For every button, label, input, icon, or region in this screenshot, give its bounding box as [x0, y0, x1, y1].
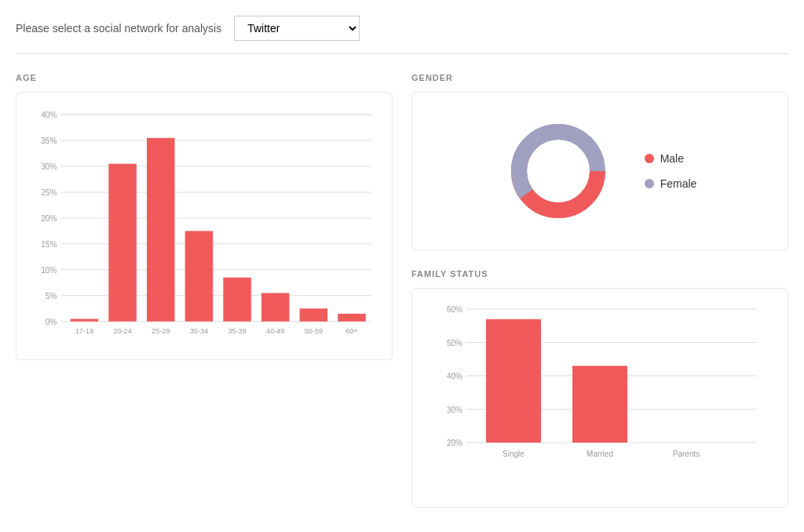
- family-bar-chart: 20% 30% 40% 50% 60% Single Married Paren…: [425, 301, 775, 474]
- gender-legend: Male Female: [645, 152, 697, 190]
- svg-rect-30: [300, 308, 327, 321]
- svg-rect-49: [572, 366, 627, 443]
- legend-item-male: Male: [645, 152, 697, 165]
- svg-text:50-59: 50-59: [305, 327, 323, 335]
- top-bar: Please select a social network for analy…: [16, 16, 788, 54]
- family-title: FAMILY STATUS: [411, 269, 788, 279]
- female-dot: [645, 179, 654, 188]
- gender-donut: [503, 116, 613, 226]
- svg-rect-47: [486, 319, 541, 443]
- svg-rect-22: [147, 138, 174, 322]
- svg-text:17-19: 17-19: [75, 327, 93, 335]
- family-chart-card: 20% 30% 40% 50% 60% Single Married Paren…: [411, 288, 788, 508]
- age-bar-chart: 0% 5% 10% 15% 20% 25% 30% 35% 40% 17-19 …: [29, 105, 379, 347]
- svg-text:25%: 25%: [41, 188, 57, 197]
- svg-text:40%: 40%: [447, 372, 462, 381]
- svg-text:Parents: Parents: [673, 450, 700, 458]
- svg-text:Married: Married: [587, 450, 613, 458]
- svg-text:20%: 20%: [41, 214, 57, 223]
- svg-text:30%: 30%: [447, 406, 462, 414]
- age-section: AGE 0% 5% 10% 15% 20%: [16, 73, 393, 508]
- svg-text:50%: 50%: [447, 339, 462, 348]
- gender-section: GENDER Male Fe: [411, 73, 788, 250]
- svg-text:Single: Single: [502, 450, 524, 458]
- male-dot: [645, 154, 654, 163]
- gender-title: GENDER: [411, 73, 788, 82]
- svg-text:40-49: 40-49: [266, 327, 284, 335]
- svg-rect-26: [223, 278, 250, 322]
- female-label: Female: [660, 177, 697, 190]
- svg-text:25-29: 25-29: [152, 327, 170, 335]
- svg-rect-32: [338, 314, 365, 322]
- gender-chart-card: Male Female: [411, 92, 788, 250]
- family-section: FAMILY STATUS 20% 30% 40%: [411, 269, 788, 508]
- svg-rect-20: [108, 164, 136, 322]
- svg-text:30-34: 30-34: [190, 327, 208, 335]
- right-column: GENDER Male Fe: [411, 73, 788, 508]
- svg-text:40%: 40%: [41, 111, 57, 119]
- network-label: Please select a social network for analy…: [16, 22, 221, 35]
- svg-text:20%: 20%: [447, 439, 462, 447]
- network-select[interactable]: TwitterFacebookInstagramVK: [234, 16, 360, 41]
- charts-grid: AGE 0% 5% 10% 15% 20%: [16, 73, 788, 508]
- svg-rect-28: [261, 293, 289, 321]
- svg-text:15%: 15%: [41, 240, 57, 249]
- svg-rect-24: [185, 231, 213, 321]
- svg-text:5%: 5%: [46, 292, 57, 301]
- svg-text:60%: 60%: [447, 305, 462, 314]
- male-label: Male: [660, 152, 684, 165]
- age-title: AGE: [16, 73, 393, 82]
- svg-text:35-39: 35-39: [228, 327, 246, 335]
- svg-text:30%: 30%: [41, 162, 57, 171]
- svg-text:60+: 60+: [345, 327, 357, 335]
- svg-text:0%: 0%: [46, 318, 57, 326]
- legend-item-female: Female: [645, 177, 697, 190]
- age-chart-card: 0% 5% 10% 15% 20% 25% 30% 35% 40% 17-19 …: [16, 92, 393, 360]
- svg-text:35%: 35%: [41, 137, 57, 145]
- svg-text:20-24: 20-24: [113, 327, 131, 335]
- svg-text:10%: 10%: [41, 266, 57, 275]
- svg-rect-18: [71, 319, 98, 321]
